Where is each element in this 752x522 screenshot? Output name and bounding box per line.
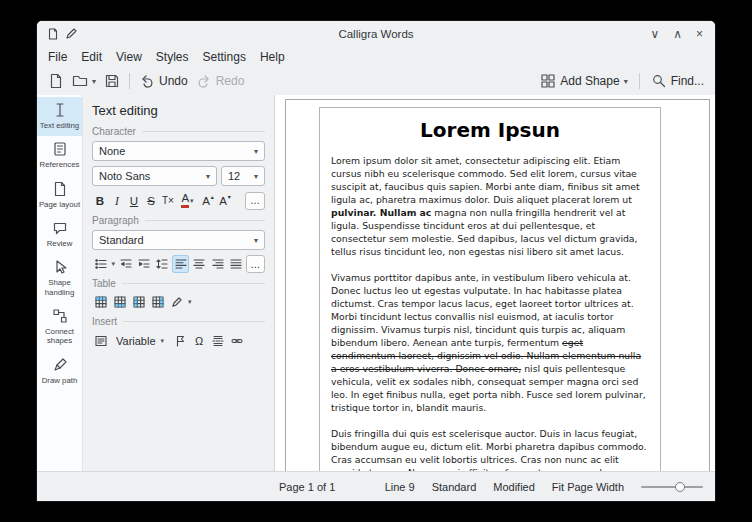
search-icon [651, 73, 667, 89]
sidebar-item-page-layout[interactable]: Page layout [37, 176, 82, 215]
character-more-button[interactable]: … [245, 192, 265, 210]
minimize-button[interactable]: ∨ [650, 28, 659, 40]
italic-button[interactable]: I [109, 191, 125, 210]
grow-font-letter: A [202, 195, 210, 207]
app-icon [47, 28, 59, 40]
close-button[interactable]: × [696, 28, 703, 40]
document-paragraph: Lorem ipsum dolor sit amet, consectetur … [331, 154, 649, 258]
shrink-font-letter: A [219, 195, 227, 207]
character-section-label: Character [92, 126, 265, 137]
paragraph-style-combo[interactable]: Standard ▾ [92, 230, 265, 250]
chevron-down-icon: ▾ [254, 172, 258, 181]
undo-icon [139, 73, 155, 89]
insert-text-frame-button[interactable] [92, 332, 110, 350]
new-document-button[interactable] [44, 69, 68, 93]
add-shape-button[interactable]: Add Shape ▾ [536, 69, 631, 93]
document-title: Lorem Ipsun [331, 118, 649, 142]
sidebar-item-label: References [40, 160, 80, 169]
bold-button[interactable]: B [92, 191, 108, 210]
document-canvas[interactable]: Lorem Ipsun Lorem ipsum dolor sit amet, … [275, 95, 715, 471]
chevron-down-icon: ▾ [111, 260, 115, 268]
sidebar-item-label: Draw path [42, 376, 78, 385]
document-page[interactable]: Lorem Ipsun Lorem ipsum dolor sit amet, … [285, 99, 710, 471]
sidebar-item-connect-shapes[interactable]: Connect shapes [37, 303, 82, 352]
sidebar-item-label: Page layout [39, 200, 80, 209]
sidebar-item-references[interactable]: References [37, 136, 82, 175]
font-size-combo[interactable]: 12 ▾ [221, 166, 265, 186]
strikethrough-button[interactable]: S [143, 191, 159, 210]
line-indicator: Line 9 [385, 481, 415, 493]
insert-section-label: Insert [92, 316, 265, 327]
text-run-normal: Lorem ipsum dolor sit amet, consectetur … [331, 155, 640, 205]
insert-row-above-button[interactable] [92, 293, 110, 311]
sidebar-item-shape-handling[interactable]: Shape handling [37, 254, 82, 303]
add-shape-label: Add Shape [560, 74, 619, 88]
shrink-font-button[interactable]: A ▾ [217, 191, 233, 210]
insert-variable-button[interactable]: Variable ▾ [111, 331, 170, 350]
maximize-button[interactable]: ∧ [673, 28, 682, 40]
chevron-down-icon: ▾ [206, 172, 210, 181]
align-center-button[interactable] [190, 255, 207, 273]
paragraph-more-button[interactable]: … [246, 255, 265, 273]
open-document-button[interactable]: ▾ [68, 69, 100, 93]
font-family-value: Noto Sans [99, 170, 150, 182]
chevron-down-icon: ▾ [190, 197, 194, 205]
character-style-value: None [99, 145, 125, 157]
menu-view[interactable]: View [109, 48, 149, 66]
text-run-normal: Vivamus porttitor dapibus ante, in vesti… [331, 272, 634, 348]
font-size-value: 12 [228, 170, 240, 182]
review-comment-icon [52, 220, 68, 236]
insert-special-character-button[interactable]: Ω [190, 332, 208, 350]
zoom-slider[interactable] [641, 481, 703, 493]
subscript-superscript-button[interactable]: T× [160, 191, 176, 210]
menu-styles[interactable]: Styles [149, 48, 196, 66]
grow-font-button[interactable]: A ▴ [200, 191, 216, 210]
chevron-down-icon: ▾ [254, 236, 258, 245]
sidebar-item-review[interactable]: Review [37, 215, 82, 254]
redo-button[interactable]: Redo [192, 69, 249, 93]
sidebar-item-text-editing[interactable]: Text editing [37, 97, 82, 136]
underline-button[interactable]: U [126, 191, 142, 210]
decrease-indent-button[interactable] [117, 255, 134, 273]
list-style-button[interactable] [92, 255, 109, 273]
sidebar-item-draw-path[interactable]: Draw path [37, 352, 82, 391]
find-button[interactable]: Find... [647, 69, 708, 93]
insert-column-right-button[interactable] [149, 293, 167, 311]
sidebar-item-label: Shape handling [38, 278, 81, 297]
titlebar[interactable]: Calligra Words ∨ ∧ × [37, 21, 715, 47]
zoom-mode-selector[interactable]: Fit Page Width [552, 481, 624, 493]
document-paragraphs: Lorem ipsum dolor sit amet, consectetur … [331, 154, 649, 471]
app-pen-icon [65, 28, 77, 40]
save-button[interactable] [100, 69, 124, 93]
text-color-button[interactable]: A ▾ [177, 191, 199, 210]
sidebar-item-label: Review [47, 239, 73, 248]
references-icon [52, 141, 68, 157]
menu-edit[interactable]: Edit [74, 48, 109, 66]
line-spacing-button[interactable] [154, 255, 171, 273]
sidebar-item-label: Connect shapes [38, 327, 81, 346]
character-style-combo[interactable]: None ▾ [92, 141, 265, 161]
align-justify-button[interactable] [227, 255, 244, 273]
table-border-pen-button[interactable] [168, 293, 186, 311]
font-family-combo[interactable]: Noto Sans ▾ [92, 166, 217, 186]
insert-bookmark-button[interactable] [171, 332, 189, 350]
insert-link-button[interactable] [228, 332, 246, 350]
text-frame[interactable]: Lorem Ipsun Lorem ipsum dolor sit amet, … [319, 107, 661, 471]
menu-file[interactable]: File [41, 48, 74, 66]
style-indicator[interactable]: Standard [432, 481, 477, 493]
new-document-icon [48, 73, 64, 89]
zoom-slider-handle[interactable] [675, 482, 685, 492]
align-right-button[interactable] [209, 255, 226, 273]
align-left-button[interactable] [172, 255, 189, 273]
undo-button[interactable]: Undo [135, 69, 192, 93]
find-label: Find... [671, 74, 704, 88]
menu-help[interactable]: Help [253, 48, 292, 66]
increase-indent-button[interactable] [135, 255, 152, 273]
toolbar-separator [639, 73, 640, 89]
insert-column-left-button[interactable] [130, 293, 148, 311]
menu-settings[interactable]: Settings [196, 48, 253, 66]
undo-label: Undo [159, 74, 188, 88]
insert-row-below-button[interactable] [111, 293, 129, 311]
insert-page-break-button[interactable] [209, 332, 227, 350]
chevron-down-icon: ▾ [254, 147, 258, 156]
